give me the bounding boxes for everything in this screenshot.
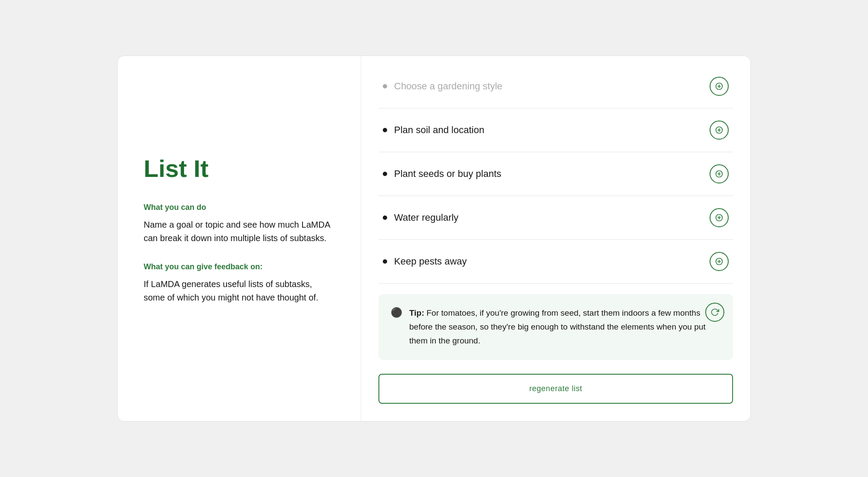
faded-item-text: Choose a gardening style bbox=[394, 81, 503, 92]
what-you-can-do-body: Name a goal or topic and see how much La… bbox=[144, 218, 335, 245]
bullet-icon bbox=[383, 259, 387, 264]
tip-text: Tip: For tomatoes, if you're growing fro… bbox=[409, 306, 721, 348]
feedback-heading: What you can give feedback on: bbox=[144, 262, 335, 271]
list-item: Plan soil and location bbox=[378, 108, 733, 152]
add-icon bbox=[715, 213, 723, 222]
add-icon bbox=[715, 257, 723, 266]
add-faded-item-button[interactable] bbox=[710, 77, 729, 96]
list-item-text: Plant seeds or buy plants bbox=[394, 168, 501, 180]
left-panel: List It What you can do Name a goal or t… bbox=[118, 56, 361, 421]
bullet-icon bbox=[383, 128, 387, 132]
bullet-icon-faded bbox=[383, 84, 387, 88]
right-panel: Choose a gardening style Plan soil and l… bbox=[361, 56, 750, 421]
main-container: List It What you can do Name a goal or t… bbox=[117, 56, 751, 422]
bullet-icon bbox=[383, 216, 387, 220]
tip-content: Tip: For tomatoes, if you're growing fro… bbox=[409, 306, 721, 348]
list-item: Plant seeds or buy plants bbox=[378, 152, 733, 196]
tip-icon: ⚫ bbox=[391, 307, 402, 348]
tip-box: ⚫ Tip: For tomatoes, if you're growing f… bbox=[378, 294, 733, 360]
refresh-icon bbox=[710, 308, 719, 317]
list-items-container: Plan soil and location Plant seeds or bu… bbox=[378, 108, 733, 284]
add-item-button-0[interactable] bbox=[710, 121, 729, 140]
add-icon bbox=[715, 170, 723, 178]
add-icon bbox=[715, 82, 723, 91]
feedback-section: What you can give feedback on: If LaMDA … bbox=[144, 262, 335, 322]
feedback-body: If LaMDA generates useful lists of subta… bbox=[144, 278, 335, 304]
regenerate-list-button[interactable]: regenerate list bbox=[378, 374, 733, 404]
list-item-text: Keep pests away bbox=[394, 256, 467, 267]
add-icon bbox=[715, 126, 723, 134]
app-title: List It bbox=[144, 155, 335, 182]
tip-refresh-button[interactable] bbox=[705, 303, 724, 322]
list-item-faded: Choose a gardening style bbox=[378, 65, 733, 108]
what-you-can-do-heading: What you can do bbox=[144, 203, 335, 212]
what-you-can-do-section: What you can do Name a goal or topic and… bbox=[144, 203, 335, 262]
tip-body: For tomatoes, if you're growing from see… bbox=[409, 308, 706, 346]
list-item: Water regularly bbox=[378, 196, 733, 240]
list-item: Keep pests away bbox=[378, 240, 733, 284]
list-item-text: Water regularly bbox=[394, 212, 458, 223]
list-item-text: Plan soil and location bbox=[394, 124, 484, 136]
bullet-icon bbox=[383, 172, 387, 176]
add-item-button-2[interactable] bbox=[710, 208, 729, 227]
tip-label: Tip: bbox=[409, 308, 424, 317]
add-item-button-1[interactable] bbox=[710, 164, 729, 183]
add-item-button-3[interactable] bbox=[710, 252, 729, 271]
